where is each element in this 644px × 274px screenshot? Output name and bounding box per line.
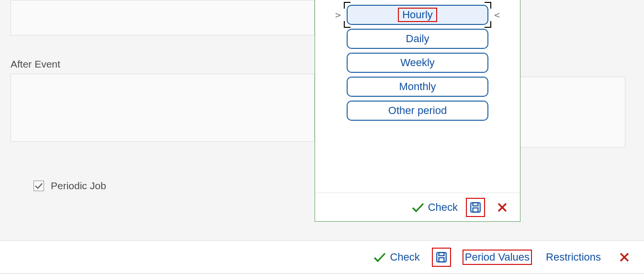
checkbox-icon bbox=[34, 181, 44, 191]
close-icon bbox=[497, 202, 508, 213]
svg-rect-1 bbox=[473, 203, 478, 206]
close-icon bbox=[619, 252, 630, 263]
upper-panel bbox=[11, 0, 315, 35]
restrictions-button[interactable]: Restrictions bbox=[544, 250, 603, 264]
svg-rect-6 bbox=[439, 252, 444, 256]
after-event-label: After Event bbox=[11, 58, 315, 70]
period-option-hourly[interactable]: Hourly bbox=[347, 5, 488, 25]
form-left-column: After Event Periodic Job bbox=[11, 0, 315, 192]
period-option-label: Daily bbox=[406, 33, 429, 45]
periodic-job-label: Periodic Job bbox=[51, 180, 106, 192]
check-icon bbox=[373, 252, 386, 263]
selection-caret-left: > bbox=[329, 9, 347, 21]
period-option-label: Other period bbox=[388, 104, 447, 117]
focus-indicator: Hourly bbox=[347, 5, 488, 25]
check-button-label: Check bbox=[390, 251, 419, 263]
check-button[interactable]: Check bbox=[412, 201, 458, 214]
period-options-list: > Hourly < Daily Weekly Monthly Other pe… bbox=[315, 0, 520, 121]
check-button-label: Check bbox=[428, 201, 458, 214]
period-option-daily[interactable]: Daily bbox=[347, 29, 488, 49]
period-option-monthly[interactable]: Monthly bbox=[347, 77, 488, 97]
period-values-dialog: > Hourly < Daily Weekly Monthly Other pe… bbox=[315, 0, 520, 222]
svg-rect-2 bbox=[473, 208, 478, 212]
check-button[interactable]: Check bbox=[373, 251, 419, 263]
close-button[interactable] bbox=[493, 198, 511, 217]
save-icon bbox=[469, 201, 482, 214]
dialog-footer: Check bbox=[315, 193, 520, 221]
save-icon bbox=[435, 251, 448, 263]
close-button[interactable] bbox=[615, 248, 633, 266]
after-event-panel bbox=[11, 74, 315, 142]
main-toolbar: Check Period Values Restrictions bbox=[0, 240, 644, 274]
period-option-other[interactable]: Other period bbox=[347, 101, 488, 121]
period-option-label: Weekly bbox=[400, 57, 435, 69]
period-values-button[interactable]: Period Values bbox=[463, 250, 531, 264]
save-button[interactable] bbox=[466, 198, 485, 217]
periodic-job-checkbox[interactable]: Periodic Job bbox=[34, 180, 315, 192]
period-option-weekly[interactable]: Weekly bbox=[347, 53, 488, 73]
save-button[interactable] bbox=[432, 248, 451, 266]
selection-caret-right: < bbox=[488, 9, 506, 21]
period-option-label: Hourly bbox=[398, 8, 437, 22]
right-panel-fragment bbox=[520, 77, 625, 148]
svg-rect-7 bbox=[439, 258, 444, 262]
check-icon bbox=[412, 202, 424, 213]
period-option-label: Monthly bbox=[399, 80, 436, 93]
